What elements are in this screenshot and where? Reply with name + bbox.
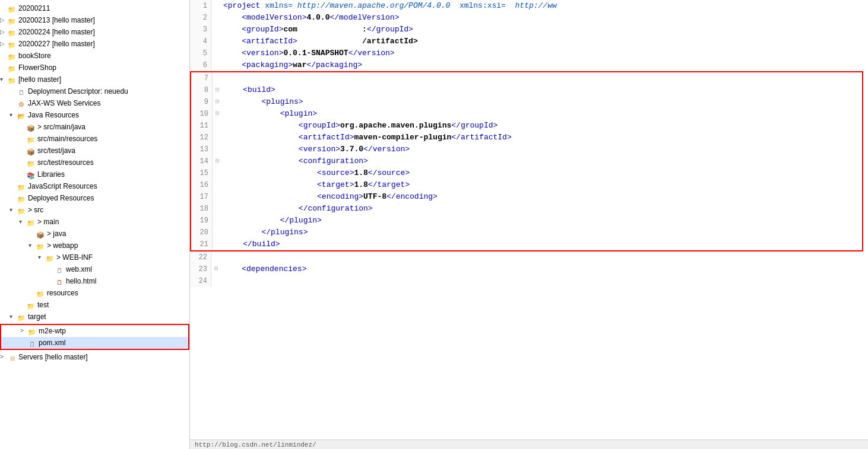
tree-item-bookStore[interactable]: 📁bookStore	[0, 50, 189, 62]
line-number: 22	[190, 251, 211, 263]
fold-button[interactable]: ⊟	[213, 84, 222, 96]
tree-file-icon: 🗒	[55, 277, 64, 285]
tree-file-icon: 📁	[26, 218, 36, 226]
fold-button[interactable]	[213, 120, 222, 132]
code-line: 16 <target>1.8</target>	[191, 179, 862, 191]
tree-item-FlowerShop[interactable]: 📁FlowerShop	[0, 62, 189, 74]
tree-item-label: JAX-WS Web Services	[28, 98, 100, 109]
fold-button[interactable]	[213, 215, 222, 227]
fold-button[interactable]: ⊟	[213, 155, 222, 167]
tree-item-srcmainjava[interactable]: 📦> src/main/java	[0, 121, 189, 133]
fold-button[interactable]	[213, 227, 222, 238]
tree-file-icon: ⚙	[17, 99, 26, 107]
tree-item-label: web.xml	[66, 264, 92, 275]
tree-item-label: 20200224 [hello master]	[18, 27, 95, 37]
status-bar: http://blog.csdn.net/linmindez/	[190, 440, 868, 449]
tree-item-label: bookStore	[18, 50, 51, 61]
fold-button[interactable]	[211, 275, 221, 287]
tree-item-Servers[interactable]: >🖥Servers [hello master]	[0, 351, 189, 363]
fold-button[interactable]	[213, 179, 222, 191]
fold-button[interactable]	[213, 144, 222, 155]
tree-item-label: Deployment Descriptor: neuedu	[28, 86, 128, 97]
tree-file-icon: 🖥	[7, 353, 17, 361]
tree-item-label: > src/main/java	[37, 122, 85, 132]
tree-item-label: Libraries	[37, 169, 65, 180]
tree-file-icon: 📦	[26, 147, 36, 155]
code-line: 19 </plugin>	[191, 215, 862, 227]
tree-item-srctestresources[interactable]: 📁src/test/resources	[0, 157, 189, 168]
tree-item-test[interactable]: 📁test	[0, 299, 189, 311]
fold-button[interactable]	[211, 24, 221, 36]
tree-item-JavaScriptResources[interactable]: 📁JavaScript Resources	[0, 180, 189, 192]
line-number: 4	[190, 36, 211, 47]
fold-button[interactable]	[211, 47, 221, 59]
tree-item-JAXWSWebServices[interactable]: ⚙JAX-WS Web Services	[0, 97, 189, 109]
fold-button[interactable]	[211, 251, 221, 263]
tree-item-webapp[interactable]: ▾📁> webapp	[0, 240, 189, 251]
fold-button[interactable]	[213, 238, 222, 250]
tree-item-JavaResources[interactable]: ▾📂Java Resources	[0, 109, 189, 121]
tree-item-20200211[interactable]: 📁20200211	[0, 2, 189, 14]
code-text: </configuration>	[222, 203, 862, 215]
code-text: <packaging>war</packaging>	[221, 59, 868, 71]
code-text: </plugins>	[222, 227, 862, 238]
fold-button[interactable]	[213, 132, 222, 144]
tree-item-DeploymentDescriptor[interactable]: 🗒Deployment Descriptor: neuedu	[0, 85, 189, 97]
fold-button[interactable]	[211, 0, 221, 12]
tree-item-java[interactable]: 📦> java	[0, 228, 189, 240]
code-text: </plugin>	[222, 215, 862, 227]
code-line: 8⊟ <build>	[191, 84, 862, 96]
fold-button[interactable]: ⊟	[211, 263, 221, 275]
tree-item-resources[interactable]: 📁resources	[0, 287, 189, 299]
code-text: <dependencies>	[221, 263, 868, 275]
tree-item-label: > webapp	[47, 240, 78, 251]
tree-item-webxml[interactable]: 🗒web.xml	[0, 263, 189, 275]
tree-item-Libraries[interactable]: 📚Libraries	[0, 168, 189, 180]
tree-item-main[interactable]: ▾📁> main	[0, 216, 189, 228]
tree-file-icon: 📁	[7, 4, 17, 12]
tree-item-label: FlowerShop	[18, 62, 56, 73]
tree-arrow-icon: ▾	[9, 110, 17, 120]
fold-button[interactable]	[211, 59, 221, 71]
tree-item-WEBINF[interactable]: ▾📁> WEB-INF	[0, 251, 189, 263]
tree-item-hellohtml[interactable]: 🗒hello.html	[0, 275, 189, 287]
tree-item-DeployedResources[interactable]: 📁Deployed Resources	[0, 192, 189, 204]
tree-item-label: Deployed Resources	[28, 193, 94, 203]
code-text: <plugins>	[222, 96, 862, 108]
tree-item-label: 20200227 [hello master]	[18, 39, 95, 49]
code-content: 1<project xmlns= http://maven.apache.org…	[190, 0, 868, 287]
tree-file-icon: 📁	[7, 40, 17, 48]
tree-item-srctestjava[interactable]: 📦src/test/java	[0, 145, 189, 157]
tree-item-label: m2e-wtp	[39, 326, 66, 336]
tree-item-label: resources	[47, 288, 78, 298]
fold-button[interactable]: ⊟	[213, 96, 222, 108]
code-editor[interactable]: 1<project xmlns= http://maven.apache.org…	[190, 0, 868, 449]
code-text: <plugin>	[222, 108, 862, 120]
fold-button[interactable]	[213, 191, 222, 203]
line-number: 13	[191, 144, 213, 155]
code-text: <version>3.7.0</version>	[222, 144, 862, 155]
line-number: 6	[190, 59, 211, 71]
tree-item-m2ewtp[interactable]: >📁m2e-wtp	[1, 325, 188, 337]
fold-button[interactable]: ⊟	[213, 108, 222, 120]
fold-button[interactable]	[211, 36, 221, 47]
tree-item-target[interactable]: ▾📁target	[0, 311, 189, 323]
fold-button[interactable]	[211, 12, 221, 24]
code-text: <modelVersion>4.0.0</modelVersion>	[221, 12, 868, 24]
tree-item-srcmainresources[interactable]: 📁src/main/resources	[0, 133, 189, 145]
tree-item-label: 20200213 [hello master]	[18, 15, 95, 26]
tree-file-icon: 📁	[7, 63, 17, 72]
tree-item-20200213[interactable]: ▷📁20200213 [hello master]	[0, 14, 189, 26]
tree-item-unnamed[interactable]: ▾📁[hello master]	[0, 74, 189, 85]
project-explorer[interactable]: 📁20200211▷📁20200213 [hello master]▷📁2020…	[0, 0, 190, 449]
tree-item-src[interactable]: ▾📁> src	[0, 204, 189, 216]
fold-button[interactable]	[213, 72, 222, 84]
tree-file-icon: 📁	[7, 28, 17, 36]
tree-item-pomxml[interactable]: 🗒pom.xml	[1, 337, 188, 349]
tree-item-20200224[interactable]: ▷📁20200224 [hello master]	[0, 26, 189, 38]
line-number: 5	[190, 47, 211, 59]
fold-button[interactable]	[213, 203, 222, 215]
fold-button[interactable]	[213, 167, 222, 179]
tree-item-20200227[interactable]: ▷📁20200227 [hello master]	[0, 38, 189, 50]
tree-item-label: > WEB-INF	[56, 252, 93, 263]
